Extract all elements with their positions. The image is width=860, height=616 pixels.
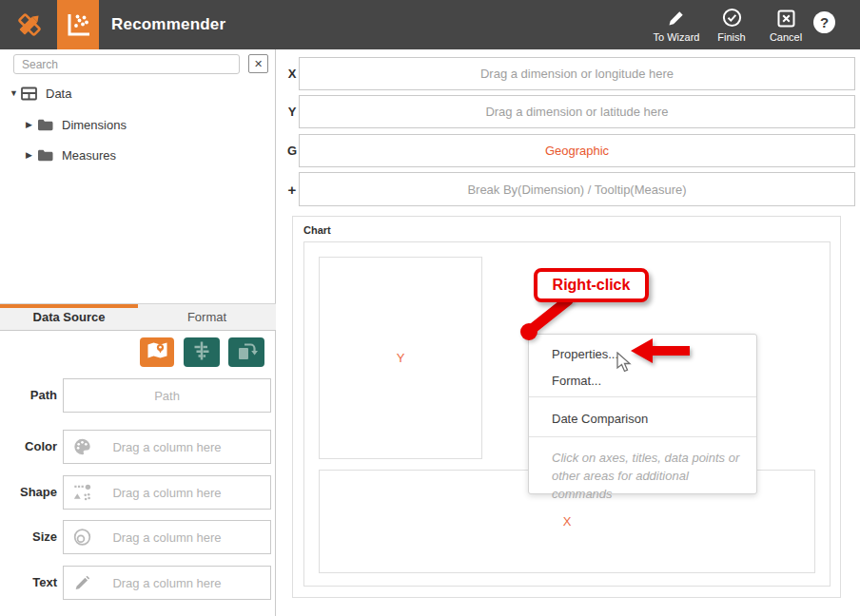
tree-item-measures[interactable]: ▶ Measures [26,145,116,164]
pencil-icon [72,573,92,592]
caret-right-icon[interactable]: ▶ [26,120,37,129]
finish-button[interactable]: Finish [710,7,753,43]
chart-section-label: Chart [303,224,331,236]
breakby-tooltip-dropzone[interactable]: Break By(Dimension) / Tooltip(Measure) [299,172,855,206]
add-row-label: + [286,172,298,206]
rotate-page-icon [235,339,258,366]
x-row-label: X [286,57,298,90]
folder-icon [37,119,53,131]
geographic-dropzone[interactable]: Geographic [299,134,855,167]
to-wizard-button[interactable]: To Wizard [647,7,706,43]
tree-item-label: Measures [62,148,116,163]
axis-fields-button[interactable] [184,337,220,367]
y-axis-label: Y [397,351,405,365]
help-button[interactable]: ? [813,11,835,33]
folder-icon [37,149,53,162]
right-click-callout: Right-click [534,268,649,302]
map-type-button[interactable] [140,337,174,367]
shapes-icon [72,483,92,502]
field-label-text: Text [0,566,57,600]
axis-fields-icon [190,339,213,366]
clear-search-button[interactable]: ✕ [248,54,268,73]
cancel-button[interactable]: Cancel [763,7,809,43]
shape-dropzone[interactable]: Drag a column here [63,475,271,510]
caret-right-icon[interactable]: ▶ [26,150,37,160]
field-label-color: Color [0,430,57,464]
tree-item-label: Data [46,87,71,101]
map-pin-icon [146,339,169,365]
menu-item-date-comparison[interactable]: Date Comparison [552,407,648,432]
x-axis-label: X [563,514,572,529]
y-axis-area[interactable]: Y [319,257,482,459]
rotate-page-button[interactable] [228,337,264,367]
app-logo-icon [13,9,46,41]
page-title: Recommender [111,0,225,49]
path-dropzone[interactable]: Path [63,378,271,413]
x-dropzone[interactable]: Drag a dimension or longitude here [299,57,855,90]
scatter-chart-tile-icon[interactable] [57,0,99,49]
mouse-cursor-icon [616,352,634,375]
menu-hint-text: Click on axes, titles, data points or ot… [552,449,742,503]
annotation-arrow-icon [631,337,692,365]
check-circle-icon [710,7,753,28]
tree-item-dimensions[interactable]: ▶ Dimensions [26,115,127,134]
tree-item-label: Dimensions [62,118,127,132]
close-x-icon: ✕ [254,58,263,70]
pencil-icon [647,7,706,28]
app-header: Recommender To Wizard Finish Cancel ? [0,0,860,49]
caret-down-icon[interactable]: ▼ [10,88,21,98]
search-input[interactable] [13,54,240,74]
palette-icon [72,437,92,456]
size-dropzone[interactable]: Drag a column here [63,520,271,554]
menu-divider [529,396,756,397]
field-label-path: Path [0,378,57,413]
tab-data-source[interactable]: Data Source [0,304,138,330]
field-label-size: Size [0,520,57,554]
concentric-circles-icon [72,528,92,548]
tab-format[interactable]: Format [138,304,276,330]
menu-item-format[interactable]: Format... [552,369,601,394]
tree-item-data[interactable]: ▼ Data [10,84,71,103]
text-dropzone[interactable]: Drag a column here [63,566,271,600]
table-icon [21,87,37,101]
y-dropzone[interactable]: Drag a dimension or latitude here [299,95,855,128]
y-row-label: Y [286,95,298,128]
g-row-label: G [286,134,298,167]
field-label-shape: Shape [0,475,57,510]
close-square-icon [763,7,809,28]
sidebar-tabs: Data Source Format [0,303,276,331]
menu-divider [529,436,756,437]
color-dropzone[interactable]: Drag a column here [63,430,271,464]
